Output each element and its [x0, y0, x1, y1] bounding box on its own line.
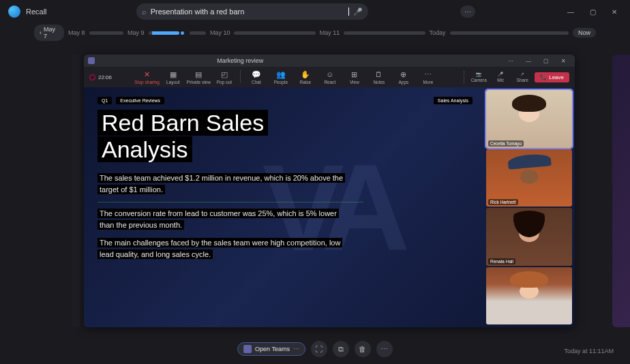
timeline-prev-date[interactable]: ‹May 7	[34, 25, 64, 41]
snapshot-card: Marketing review ⋯ — ▢ ✕ 22:06 ✕Stop sha…	[84, 55, 575, 327]
teams-app-icon	[88, 57, 95, 64]
snapshot-more-icon[interactable]: ⋯	[504, 56, 518, 65]
camera-icon: 📷	[476, 72, 481, 77]
share-icon: ↗	[520, 72, 524, 77]
popout-icon: ◰	[220, 70, 229, 79]
app-name: Recall	[26, 7, 47, 16]
slide-divider	[97, 202, 363, 202]
participant-video	[486, 90, 572, 148]
mic-toggle[interactable]: 🎤Mic	[491, 72, 510, 82]
snapshot-minimize-icon[interactable]: —	[522, 56, 535, 65]
timeline-segment[interactable]	[89, 31, 123, 35]
recording-time: 22:06	[98, 74, 112, 80]
record-dot-icon	[89, 74, 95, 80]
participant-tile[interactable]: Cecelia Tomayo	[486, 90, 572, 148]
search-bar[interactable]: ⌕ 🎤	[136, 3, 368, 20]
more-icon: ⋯	[423, 70, 433, 79]
timeline-date[interactable]: May 10	[210, 29, 230, 36]
timeline-segment[interactable]	[234, 31, 315, 35]
slide-para-1: The sales team achieved $1.2 million in …	[97, 172, 350, 195]
snapshot-timestamp: Today at 11:11AM	[564, 348, 614, 354]
more-icon: ⋯	[380, 345, 388, 354]
slide-title: Red Barn Sales Analysis	[97, 110, 472, 163]
timeline-date[interactable]: May 11	[320, 29, 340, 36]
adjacent-snapshot-left[interactable]	[72, 55, 80, 327]
stop-sharing-button[interactable]: ✕Stop sharing	[134, 70, 160, 85]
share-button[interactable]: ↗Share	[513, 72, 532, 82]
react-button[interactable]: ☺React	[319, 70, 341, 85]
participant-name: Rick Hartnett	[488, 199, 518, 205]
dock-more-button[interactable]: ⋯	[376, 341, 393, 357]
close-button[interactable]: ✕	[608, 5, 620, 18]
participant-tile[interactable]	[486, 267, 572, 325]
chip-sales-analysis: Sales Analysis	[434, 97, 472, 104]
timeline-now-chip[interactable]: Now	[573, 28, 596, 37]
chevron-left-icon: ‹	[40, 29, 42, 36]
apps-button[interactable]: ⊕Apps	[393, 70, 415, 85]
search-icon: ⌕	[142, 7, 147, 16]
private-view-icon: ▤	[194, 70, 203, 79]
timeline-playhead[interactable]	[179, 30, 185, 36]
search-input[interactable]	[151, 7, 344, 16]
react-icon: ☺	[325, 70, 335, 79]
snapshot-close-icon[interactable]: ✕	[557, 56, 571, 65]
crop-icon: ⛶	[315, 345, 322, 353]
participant-name: Cecelia Tomayo	[488, 140, 524, 147]
text-cursor	[348, 7, 349, 16]
layout-button[interactable]: ▦Layout	[162, 70, 184, 85]
popout-button[interactable]: ◰Pop out	[213, 70, 235, 85]
participant-video	[486, 208, 572, 266]
crop-button[interactable]: ⛶	[311, 341, 327, 357]
slide-para-2: The conversion rate from lead to custome…	[97, 208, 350, 230]
participant-name: Renata Hall	[488, 258, 515, 264]
more-button[interactable]: ⋯More	[417, 70, 439, 85]
participant-tile[interactable]: Rick Hartnett	[486, 149, 572, 207]
notes-icon: 🗒	[374, 70, 384, 79]
timeline-segment[interactable]	[190, 31, 206, 35]
timeline-date[interactable]: May 8	[68, 29, 85, 36]
slide-content: Q1 Executive Reviews Sales Analysis Red …	[84, 87, 486, 327]
search-more-button[interactable]: ⋯	[460, 5, 475, 18]
teams-toolbar: 22:06 ✕Stop sharing ▦Layout ▤Private vie…	[84, 67, 575, 87]
maximize-button[interactable]: ▢	[586, 5, 599, 18]
dropdown-icon: ⋯	[293, 346, 299, 352]
camera-toggle[interactable]: 📷Camera	[469, 72, 488, 82]
view-button[interactable]: ⊞View	[344, 70, 365, 85]
snapshot-maximize-icon[interactable]: ▢	[539, 56, 553, 65]
slide-area: VA Q1 Executive Reviews Sales Analysis R…	[84, 87, 575, 327]
raise-hand-icon: ✋	[301, 70, 310, 79]
divider	[240, 70, 241, 83]
leave-button[interactable]: 📞Leave	[535, 72, 569, 82]
teams-mini-icon	[243, 345, 252, 353]
snapshot-titlebar: Marketing review ⋯ — ▢ ✕	[84, 55, 575, 67]
timeline-segment[interactable]	[344, 31, 425, 35]
apps-icon: ⊕	[399, 70, 408, 79]
minimize-button[interactable]: —	[565, 5, 577, 18]
timeline-segment[interactable]	[450, 31, 569, 35]
timeline-segment-active[interactable]	[149, 31, 180, 35]
chat-button[interactable]: 💬Chat	[245, 70, 267, 85]
snapshot-window-title: Marketing review	[217, 57, 263, 64]
notes-button[interactable]: 🗒Notes	[368, 70, 390, 85]
divider	[464, 70, 464, 84]
timeline[interactable]: ‹May 7 May 8 May 9 May 10 May 11 Today N…	[0, 23, 630, 42]
timeline-date[interactable]: Today	[430, 29, 446, 36]
adjacent-snapshot-right[interactable]	[612, 55, 630, 327]
raise-button[interactable]: ✋Raise	[295, 70, 316, 85]
mic-icon[interactable]: 🎤	[353, 7, 363, 16]
recording-indicator: 22:06	[89, 74, 112, 80]
stop-icon: ✕	[142, 70, 152, 79]
open-app-button[interactable]: Open Teams ⋯	[237, 342, 305, 356]
copy-button[interactable]: ⧉	[333, 341, 349, 357]
phone-icon: 📞	[540, 74, 547, 80]
delete-button[interactable]: 🗑	[355, 341, 371, 357]
chat-icon: 💬	[252, 70, 261, 79]
chip-quarter: Q1	[97, 97, 112, 104]
private-view-button[interactable]: ▤Private view	[187, 70, 211, 85]
people-icon: 👥	[276, 70, 286, 79]
participant-tile[interactable]: Renata Hall	[486, 208, 572, 266]
copy-icon: ⧉	[338, 345, 344, 354]
participants-strip: Cecelia Tomayo Rick Hartnett Renata Hall	[486, 87, 575, 327]
timeline-date[interactable]: May 9	[127, 29, 145, 36]
people-button[interactable]: 👥People	[270, 70, 292, 85]
